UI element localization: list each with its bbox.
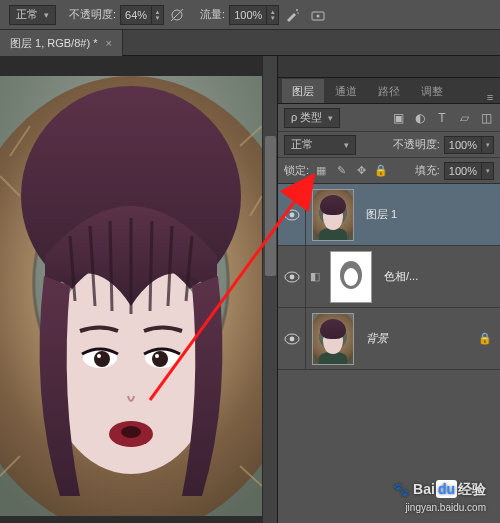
document-tab-title: 图层 1, RGB/8#) * — [10, 36, 97, 51]
blend-opacity-row: 正常 ▾ 不透明度: 100% ▾ — [278, 132, 500, 158]
tab-channels[interactable]: 通道 — [325, 79, 367, 103]
options-bar: 正常 ▾ 不透明度: 64% ▲▼ 流量: 100% ▲▼ — [0, 0, 500, 30]
svg-point-25 — [97, 354, 101, 358]
watermark-brand: 经验 — [458, 481, 486, 497]
svg-point-32 — [289, 212, 294, 217]
lock-transparency-icon[interactable]: ▦ — [313, 163, 329, 179]
layer-thumbnail[interactable] — [312, 189, 354, 241]
panel-menu-icon[interactable]: ≡ — [480, 91, 500, 103]
opacity-value-field[interactable]: 64% — [120, 5, 152, 25]
layer-name[interactable]: 背景 — [366, 331, 388, 346]
filter-type-icon[interactable]: T — [434, 110, 450, 126]
layer-filter-row: ρ 类型 ▾ ▣ ◐ T ▱ ◫ — [278, 104, 500, 132]
layer-row[interactable]: 背景 🔒 — [278, 308, 500, 370]
document-tab-bar: 图层 1, RGB/8#) * × — [0, 30, 500, 56]
visibility-toggle[interactable] — [278, 308, 306, 369]
layer-opacity-field[interactable]: 100% — [444, 136, 482, 154]
chevron-down-icon: ▾ — [44, 10, 49, 20]
fill-field[interactable]: 100% — [444, 162, 482, 180]
flow-value: 100% — [234, 9, 262, 21]
filter-shape-icon[interactable]: ▱ — [456, 110, 472, 126]
flow-stepper[interactable]: ▲▼ — [267, 5, 279, 25]
layer-blend-select[interactable]: 正常 ▾ — [284, 135, 356, 155]
svg-point-5 — [317, 14, 320, 17]
tablet-pressure-icon[interactable] — [308, 5, 328, 25]
vertical-scrollbar[interactable] — [262, 56, 277, 523]
svg-point-36 — [344, 268, 358, 286]
watermark-brand: Bai — [413, 481, 435, 497]
svg-line-20 — [150, 221, 152, 311]
svg-line-1 — [171, 9, 183, 21]
layer-thumbnail[interactable] — [312, 313, 354, 365]
main-area: 图层 通道 路径 调整 ≡ ρ 类型 ▾ ▣ ◐ T ▱ ◫ 正常 ▾ — [0, 56, 500, 523]
svg-point-34 — [289, 274, 294, 279]
filter-pixel-icon[interactable]: ▣ — [390, 110, 406, 126]
watermark-url: jingyan.baidu.com — [393, 499, 486, 517]
filter-smart-icon[interactable]: ◫ — [478, 110, 494, 126]
svg-point-24 — [94, 351, 110, 367]
layer-name[interactable]: 色相/... — [384, 269, 418, 284]
lock-pixels-icon[interactable]: ✎ — [333, 163, 349, 179]
layer-opacity-label: 不透明度: — [393, 137, 440, 152]
svg-line-18 — [110, 221, 112, 311]
layer-filter-label: ρ 类型 — [291, 110, 322, 125]
chevron-down-icon[interactable]: ▾ — [482, 162, 494, 180]
canvas-image — [0, 76, 262, 516]
tab-adjustments[interactable]: 调整 — [411, 79, 453, 103]
close-icon[interactable]: × — [105, 37, 111, 49]
blend-mode-value: 正常 — [16, 7, 38, 22]
watermark: 🐾 Baidu经验 jingyan.baidu.com — [393, 480, 486, 517]
layer-opacity-value: 100% — [449, 139, 477, 151]
eye-icon — [284, 271, 300, 283]
document-tab[interactable]: 图层 1, RGB/8#) * × — [0, 30, 123, 56]
fill-value: 100% — [449, 165, 477, 177]
blend-mode-select[interactable]: 正常 ▾ — [9, 5, 56, 25]
filter-adjust-icon[interactable]: ◐ — [412, 110, 428, 126]
layer-row[interactable]: 图层 1 — [278, 184, 500, 246]
layer-blend-value: 正常 — [291, 137, 313, 152]
tab-layers[interactable]: 图层 — [282, 79, 324, 103]
layer-name[interactable]: 图层 1 — [366, 207, 397, 222]
chevron-down-icon[interactable]: ▾ — [482, 136, 494, 154]
scrollbar-thumb[interactable] — [265, 136, 276, 276]
panel-stack: 图层 通道 路径 调整 ≡ ρ 类型 ▾ ▣ ◐ T ▱ ◫ 正常 ▾ — [278, 56, 500, 523]
watermark-brand: du — [436, 480, 457, 498]
lock-icon: 🔒 — [478, 332, 492, 345]
lock-all-icon[interactable]: 🔒 — [373, 163, 389, 179]
eye-icon — [284, 209, 300, 221]
layer-filter-select[interactable]: ρ 类型 ▾ — [284, 108, 340, 128]
layers-panel-tabs: 图层 通道 路径 调整 ≡ — [278, 78, 500, 104]
layer-row[interactable]: ◧ 色相/... — [278, 246, 500, 308]
layer-mask-thumbnail[interactable] — [330, 251, 372, 303]
svg-point-2 — [296, 9, 298, 11]
svg-point-30 — [121, 426, 141, 438]
svg-point-3 — [297, 12, 299, 14]
fill-label: 填充: — [415, 163, 440, 178]
flow-value-field[interactable]: 100% — [229, 5, 267, 25]
svg-point-38 — [289, 336, 294, 341]
lock-fill-row: 锁定: ▦ ✎ ✥ 🔒 填充: 100% ▾ — [278, 158, 500, 184]
opacity-value: 64% — [125, 9, 147, 21]
eye-icon — [284, 333, 300, 345]
visibility-toggle[interactable] — [278, 184, 306, 245]
opacity-stepper[interactable]: ▲▼ — [152, 5, 164, 25]
tab-paths[interactable]: 路径 — [368, 79, 410, 103]
visibility-toggle[interactable] — [278, 246, 306, 307]
collapsed-panel-group[interactable] — [278, 56, 500, 78]
svg-point-28 — [155, 354, 159, 358]
lock-label: 锁定: — [284, 163, 309, 178]
chevron-down-icon: ▾ — [328, 113, 333, 123]
lock-position-icon[interactable]: ✥ — [353, 163, 369, 179]
layer-list: 图层 1 ◧ 色相/... 背景 🔒 — [278, 184, 500, 370]
paw-icon: 🐾 — [393, 482, 409, 497]
opacity-label: 不透明度: — [69, 7, 116, 22]
flow-label: 流量: — [200, 7, 225, 22]
airbrush-icon[interactable] — [282, 5, 302, 25]
brush-pressure-icon[interactable] — [167, 5, 187, 25]
chevron-down-icon: ▾ — [344, 140, 349, 150]
adjustment-icon: ◧ — [306, 270, 324, 283]
canvas-area[interactable] — [0, 56, 278, 523]
svg-point-27 — [152, 351, 168, 367]
